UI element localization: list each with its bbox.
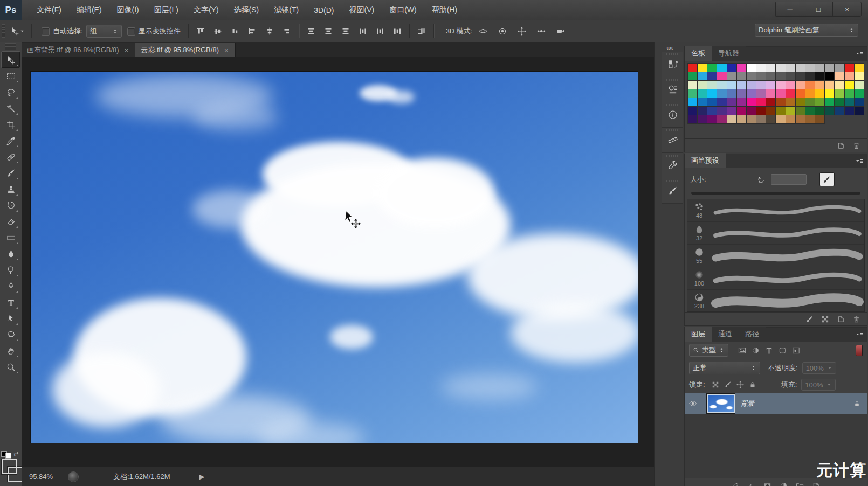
new-brush-icon[interactable] [837,315,845,323]
layer-visibility-icon[interactable] [688,399,697,408]
color-swatch[interactable] [717,64,726,72]
color-swatch[interactable] [747,115,756,123]
menu-item[interactable]: 选择(S) [226,1,267,20]
brush-size-slider[interactable] [691,192,860,195]
new-group-icon[interactable] [796,482,804,486]
color-swatch[interactable] [747,64,756,72]
color-swatch[interactable] [717,98,726,106]
layer-thumbnail[interactable] [707,394,735,413]
brush-panel-icon[interactable] [662,178,683,204]
healing-brush-tool[interactable] [2,149,20,165]
reset-size-icon[interactable] [757,175,766,184]
menu-item[interactable]: 3D(D) [306,1,341,19]
color-swatch[interactable] [698,64,707,72]
color-swatch[interactable] [815,64,824,72]
brush-tool[interactable] [2,165,20,181]
color-swatch[interactable] [835,81,844,89]
color-swatch[interactable] [815,115,824,123]
menu-item[interactable]: 窗口(W) [382,1,424,20]
distribute-vertical-centers-icon[interactable] [321,24,336,38]
color-swatch[interactable] [815,72,824,80]
add-layer-mask-icon[interactable] [763,482,771,486]
swap-colors-icon[interactable]: ⇄ [13,450,18,457]
layer-style-icon[interactable] [747,482,755,486]
layer-filter-toggle[interactable] [856,345,863,356]
color-swatch[interactable] [855,64,864,72]
color-swatch[interactable] [756,107,766,115]
filter-shape-layers-icon[interactable] [779,346,787,355]
color-swatch[interactable] [737,64,746,72]
menu-item[interactable]: 文件(F) [29,1,69,20]
color-swatch[interactable] [855,89,864,98]
color-swatch[interactable] [747,98,756,106]
color-swatch[interactable] [737,115,746,123]
color-swatch[interactable] [776,115,785,123]
color-swatch[interactable] [717,72,726,80]
distribute-bottom-edges-icon[interactable] [338,24,353,38]
tab-layers[interactable]: 图层 [685,327,712,342]
close-button[interactable]: × [832,2,861,16]
foreground-color-well[interactable] [2,459,17,474]
color-swatch[interactable] [717,115,726,123]
options-grip[interactable] [2,24,5,38]
color-swatch[interactable] [717,89,726,98]
layer-row-background[interactable]: 背景 [685,393,867,414]
color-swatch[interactable] [776,98,785,106]
new-layer-icon[interactable] [812,482,820,486]
auto-align-layers-button[interactable] [414,24,429,38]
color-swatch[interactable] [776,72,785,80]
color-swatch[interactable] [727,72,736,80]
color-swatch[interactable] [747,89,756,98]
color-swatch[interactable] [747,107,756,115]
current-tool-button[interactable] [9,25,27,38]
color-swatch[interactable] [727,81,736,89]
filter-adjustment-layers-icon[interactable] [752,346,760,355]
color-swatch[interactable] [698,89,707,98]
menu-item[interactable]: 编辑(E) [69,1,109,20]
align-vertical-centers-icon[interactable] [210,24,225,38]
color-swatch[interactable] [717,107,726,115]
align-horizontal-centers-icon[interactable] [262,24,277,38]
distribute-top-edges-icon[interactable] [304,24,319,38]
zoom-tool[interactable] [2,359,20,375]
color-swatch[interactable] [747,81,756,89]
color-swatch[interactable] [756,72,766,80]
crop-tool[interactable] [2,116,20,133]
lock-transparency-icon[interactable] [712,381,719,388]
color-swatch[interactable] [786,72,795,80]
color-swatch[interactable] [688,81,697,89]
tab-channels[interactable]: 通道 [712,327,739,342]
color-swatch[interactable] [835,64,844,72]
distribute-horizontal-centers-icon[interactable] [373,24,388,38]
delete-brush-icon[interactable] [852,315,860,323]
color-swatch[interactable] [805,107,815,115]
color-swatch[interactable] [707,64,717,72]
align-right-edges-icon[interactable] [279,24,294,38]
auto-select-target-dropdown[interactable]: 组 [86,25,122,38]
color-swatch[interactable] [727,64,736,72]
color-swatch[interactable] [727,115,736,123]
3d-pan-icon[interactable] [514,24,529,38]
dodge-tool[interactable] [2,262,20,278]
color-swatch[interactable] [756,64,766,72]
color-swatch[interactable] [688,115,697,123]
color-swatch[interactable] [835,89,844,98]
color-swatch[interactable] [707,98,717,106]
color-swatch[interactable] [756,89,766,98]
color-swatch[interactable] [805,98,815,106]
color-swatch[interactable] [707,89,717,98]
color-swatch[interactable] [766,81,775,89]
color-swatch[interactable] [825,107,834,115]
brush-preset-row[interactable]: 238 [687,290,864,312]
path-selection-tool[interactable] [2,310,20,327]
brush-preset-row[interactable]: 55 [687,245,864,267]
default-colors-control[interactable]: ⇄ [1,449,18,459]
color-swatch[interactable] [825,98,834,106]
tab-swatches[interactable]: 色板 [685,46,712,61]
menu-item[interactable]: 图像(I) [109,1,147,20]
color-swatch[interactable] [835,98,844,106]
color-swatch[interactable] [786,98,795,106]
color-swatch[interactable] [766,115,775,123]
color-swatch[interactable] [796,81,805,89]
brush-preset-row[interactable]: 100 [687,267,864,290]
